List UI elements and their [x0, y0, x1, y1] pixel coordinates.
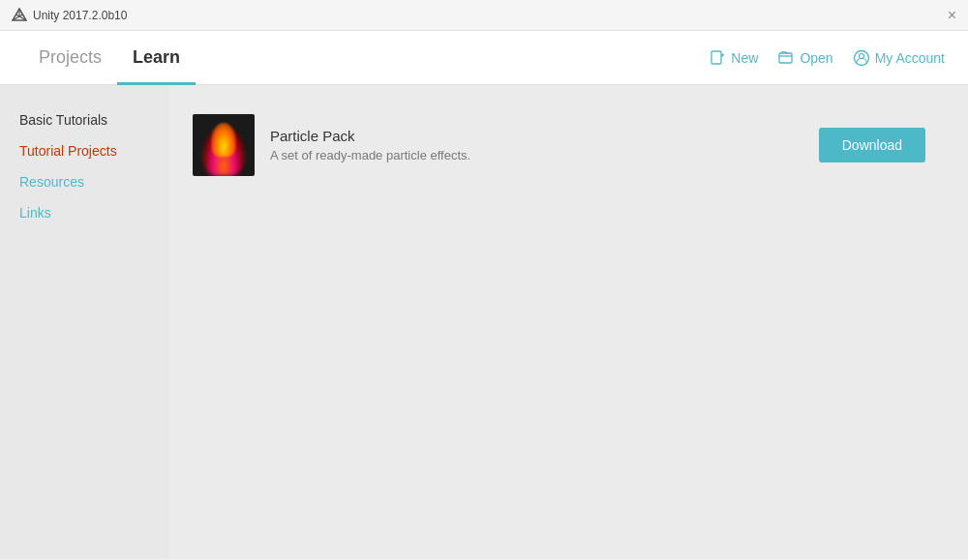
my-account-label: My Account — [875, 50, 945, 66]
my-account-button[interactable]: My Account — [853, 49, 945, 67]
unity-logo-icon — [12, 8, 27, 23]
card-thumbnail — [193, 114, 255, 176]
title-bar: Unity 2017.2.0b10 × — [0, 0, 968, 31]
fire-top — [212, 123, 236, 157]
header-tabs: Projects Learn — [23, 31, 196, 84]
open-label: Open — [800, 50, 832, 66]
open-icon — [777, 49, 795, 67]
title-bar-left: Unity 2017.2.0b10 — [12, 8, 127, 23]
open-button[interactable]: Open — [777, 49, 832, 67]
sidebar-item-basic-tutorials[interactable]: Basic Tutorials — [0, 104, 169, 135]
card-info: Particle Pack A set of ready-made partic… — [270, 128, 803, 162]
sidebar: Basic Tutorials Tutorial Projects Resour… — [0, 85, 169, 559]
download-button[interactable]: Download — [819, 128, 925, 162]
new-label: New — [731, 50, 758, 66]
svg-rect-4 — [711, 51, 721, 64]
account-icon — [853, 49, 870, 67]
new-button[interactable]: New — [709, 49, 758, 67]
app-title: Unity 2017.2.0b10 — [33, 9, 127, 22]
new-icon — [709, 49, 726, 67]
svg-rect-7 — [779, 53, 792, 63]
sidebar-item-tutorial-projects[interactable]: Tutorial Projects — [0, 135, 169, 166]
card-description: A set of ready-made particle effects. — [270, 148, 803, 162]
main-area: Basic Tutorials Tutorial Projects Resour… — [0, 85, 968, 559]
content-area: Particle Pack A set of ready-made partic… — [169, 85, 968, 559]
header: Projects Learn New Open — [0, 31, 968, 85]
card-title: Particle Pack — [270, 128, 803, 144]
tab-learn[interactable]: Learn — [117, 32, 196, 85]
particle-pack-card: Particle Pack A set of ready-made partic… — [193, 104, 945, 186]
close-button[interactable]: × — [948, 8, 956, 23]
svg-point-9 — [859, 53, 863, 58]
header-actions: New Open My Account — [709, 49, 945, 67]
sidebar-item-resources[interactable]: Resources — [0, 166, 169, 197]
sidebar-item-links[interactable]: Links — [0, 197, 169, 228]
tab-projects[interactable]: Projects — [23, 32, 117, 85]
